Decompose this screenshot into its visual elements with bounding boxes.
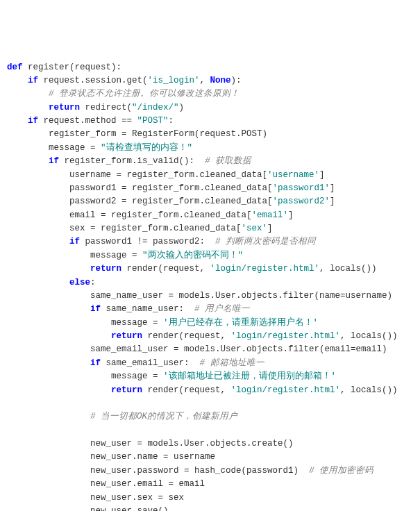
keyword-return: return [49, 103, 80, 112]
string: "POST" [137, 116, 169, 126]
text: new_user.sex = sex [90, 493, 184, 503]
text: =email) [351, 344, 387, 354]
text: sex = register_form.cleaned_data[ [69, 224, 242, 233]
text: , [200, 76, 210, 85]
text: username = register_form.cleaned_data[ [69, 170, 267, 180]
string: 'password1' [273, 183, 330, 193]
text: new_user.save() [90, 506, 169, 511]
comment: # 使用加密密码 [309, 466, 373, 476]
text: email = register_form.cleaned_data[ [69, 210, 252, 220]
comment: # 邮箱地址唯一 [200, 358, 264, 368]
string: "/index/" [132, 103, 179, 112]
text: : [169, 116, 174, 126]
keyword-if: if [90, 358, 101, 368]
text: new_user = models.User.objects.create() [90, 439, 294, 449]
text: password1 = register_form.cleaned_data[ [69, 183, 273, 193]
keyword-else: else [69, 278, 90, 287]
text: same_email_user: [101, 358, 200, 368]
text: request.session.get( [38, 76, 148, 85]
param: email [325, 344, 351, 354]
comment: # 当一切都OK的情况下，创建新用户 [90, 412, 237, 421]
text: render(request, [142, 331, 231, 341]
text: same_email_user = models.User.objects.fi… [90, 344, 325, 354]
keyword-return: return [111, 331, 142, 341]
text: request.method == [38, 116, 137, 126]
keyword-return: return [90, 264, 121, 274]
string: 'username' [267, 170, 319, 180]
text: ] [330, 183, 335, 193]
text: message = [90, 251, 142, 260]
param: name [319, 291, 340, 301]
keyword-none: None [210, 76, 231, 85]
text: ] [319, 170, 325, 180]
text: , locals()) [340, 331, 398, 341]
text: redirect( [80, 103, 132, 112]
string: '该邮箱地址已被注册，请使用别的邮箱！' [163, 371, 336, 381]
comment: # 判断两次密码是否相同 [215, 237, 316, 246]
string: 'password2' [273, 196, 330, 206]
string: "请检查填写的内容！" [101, 143, 192, 153]
text: new_user.name = username [90, 452, 215, 462]
keyword-if: if [90, 304, 101, 314]
string: 'login/register.html' [231, 385, 341, 395]
text: message = [49, 143, 101, 153]
text: message = [111, 371, 163, 381]
text: , locals()) [340, 385, 398, 395]
text: register(request): [23, 62, 122, 72]
keyword-def: def [7, 62, 23, 72]
text: ] [288, 210, 294, 220]
keyword-return: return [111, 385, 142, 395]
keyword-if: if [28, 116, 38, 126]
string: "两次输入的密码不同！" [142, 251, 243, 260]
text: same_name_user: [101, 304, 194, 314]
string: 'login/register.html' [210, 264, 320, 274]
text: new_user.email = email [90, 479, 205, 489]
text: render(request, [121, 264, 210, 274]
string: 'email' [252, 210, 289, 220]
text: ) [179, 103, 185, 112]
text: =username) [340, 291, 392, 301]
comment: # 登录状态不允许注册。你可以修改这条原则！ [49, 89, 240, 99]
text: message = [111, 318, 163, 328]
keyword-if: if [49, 156, 59, 166]
text: new_user.password = hash_code(password1) [90, 466, 309, 476]
text: register_form.is_valid(): [59, 156, 205, 166]
string: 'sex' [242, 224, 268, 233]
keyword-if: if [28, 76, 38, 85]
comment: # 用户名唯一 [194, 304, 250, 314]
text: password1 != password2: [80, 237, 215, 246]
text: ] [267, 224, 273, 233]
comment: # 获取数据 [205, 156, 251, 166]
code-block: def register(request): if request.sessio… [7, 61, 413, 512]
text: ] [330, 196, 335, 206]
string: '用户已经存在，请重新选择用户名！' [163, 318, 318, 328]
text: same_name_user = models.User.objects.fil… [90, 291, 319, 301]
text: , locals()) [319, 264, 377, 274]
string: 'is_login' [148, 76, 200, 85]
text: ): [231, 76, 242, 85]
text: password2 = register_form.cleaned_data[ [69, 196, 273, 206]
text: register_form = RegisterForm(request.POS… [49, 129, 267, 139]
string: 'login/register.html' [231, 331, 341, 341]
text: render(request, [142, 385, 231, 395]
keyword-if: if [69, 237, 80, 246]
